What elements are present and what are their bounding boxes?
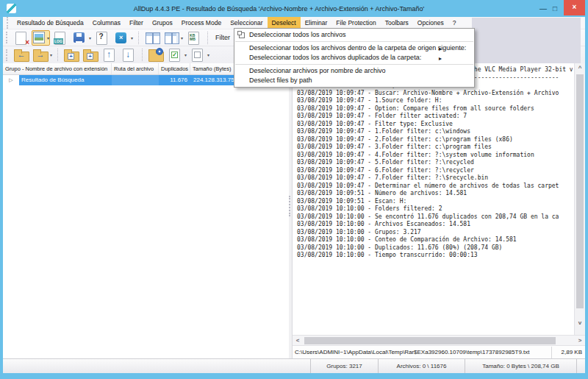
column-header-file-path[interactable]: Ruta del archivo [112, 63, 159, 74]
save-button[interactable]: ▾ [71, 30, 92, 46]
toolbar-grip[interactable] [6, 49, 8, 61]
minimize-button-icon[interactable]: — [537, 1, 549, 16]
help-button[interactable]: ? [93, 30, 111, 46]
log-line: 03/08/2019 10:10:00 - Archivos Escaneado… [297, 221, 573, 229]
resize-grip[interactable] [576, 359, 585, 373]
filter-label: Filter [215, 34, 230, 41]
scroll-down-icon[interactable]: v [575, 318, 585, 327]
dropdown-caret-icon[interactable]: ▾ [184, 52, 187, 57]
toolbar-separator [207, 32, 208, 44]
menubar-item-toolbars[interactable]: Toolbars [381, 17, 413, 29]
column-header-duplicates[interactable]: Duplicados [159, 63, 190, 74]
search-result-panel: Grupo - Nombre de archivo con extensión … [3, 63, 289, 358]
expander-icon[interactable]: ▷ [3, 75, 19, 85]
menubar-item-deselect[interactable]: Deselect [268, 17, 301, 29]
dropdown-caret-icon[interactable]: ▾ [207, 52, 209, 57]
log-icon-badge: LOG [54, 38, 63, 44]
scroll-up-icon[interactable]: ^ [575, 63, 585, 73]
menubar-item-process-mode[interactable]: Process Mode [177, 17, 226, 29]
menu-item-deseleccionar-archivos-por-nombre-de-archivo[interactable]: Deseleccionar archivos por nombre de arc… [234, 66, 474, 76]
log-line: 03/08/2019 10:10:00 - Grupos: 3.217 [297, 229, 573, 237]
vertical-scrollbar[interactable]: ^ v [574, 63, 585, 335]
dropdown-caret-icon[interactable]: ▾ [181, 35, 183, 40]
log-line: 03/08/2019 10:09:47 - Filter type: Exclu… [297, 121, 573, 129]
horizontal-scroll-thumb[interactable] [304, 337, 556, 344]
archive-folder-2-icon: + [82, 48, 98, 62]
export-up-icon-glyph: ↑ [103, 49, 115, 60]
file-path-bar: C:\Users\ADMINI~1\AppData\Local\Temp\Rar… [293, 346, 585, 358]
layout-columns-2-icon [163, 31, 179, 45]
toolbar-grip[interactable] [6, 32, 8, 43]
size-unit-button[interactable]: KB MB [185, 30, 203, 46]
dropdown-caret-icon[interactable]: ▾ [50, 52, 52, 57]
log-line: 03/08/2019 10:09:51 - Número de archivos… [297, 190, 573, 198]
toolbar-separator [142, 49, 143, 61]
close-button-icon[interactable]: × [564, 0, 585, 15]
dropdown-caret-icon[interactable]: ▾ [131, 35, 133, 40]
import-down-icon: ↓ [121, 48, 137, 62]
deselect-files-button[interactable]: ▾ [189, 47, 210, 63]
maximize-button-icon[interactable]: □ [549, 1, 561, 16]
menu-item-deseleccionar-todos-los-archivos[interactable]: Deseleccionar todos los archivos [234, 30, 474, 40]
help-icon-glyph: ? [96, 32, 106, 40]
log-button[interactable]: LOG [51, 30, 69, 46]
menubar-item-file-protection[interactable]: File Protection [331, 17, 380, 29]
source-folder-forward-icon: → [32, 48, 49, 62]
select-files-button[interactable]: ✓▾ [166, 47, 187, 63]
app-icon [7, 4, 16, 13]
scroll-right-icon[interactable]: > [575, 336, 585, 346]
dropdown-caret-icon[interactable]: ▾ [47, 35, 49, 40]
layout-columns-button[interactable] [143, 30, 161, 46]
menubar-grip[interactable] [7, 17, 9, 29]
archive-folder-button[interactable]: + [62, 47, 80, 63]
log-line: 03/08/2019 10:09:47 - 5.Folder filter: ?… [297, 159, 573, 167]
menubar-item-opciones[interactable]: Opciones [413, 17, 448, 29]
vertical-scroll-thumb[interactable] [576, 74, 584, 308]
menubar-item-item[interactable]: ? [448, 17, 461, 29]
menubar-item-resultado-de-b-squeda[interactable]: Resultado de Búsqueda [12, 17, 88, 29]
menubar-item-eliminar[interactable]: Eliminar [301, 17, 332, 29]
source-folder-back-icon: ← [13, 48, 29, 62]
log-area: detect the VLC Media Player 32-bit v03/0… [293, 63, 585, 336]
menubar-item-filter[interactable]: Filter [125, 17, 148, 29]
folder-options-button[interactable] [147, 47, 165, 63]
current-file-path: C:\Users\ADMINI~1\AppData\Local\Temp\Rar… [293, 349, 551, 355]
dropdown-caret-icon[interactable]: ▾ [89, 35, 91, 40]
checkbox-icon: ✓ [171, 52, 178, 58]
log-line: 03/08/2019 10:09:51 - Escan: H: [297, 198, 573, 206]
menubar-item-columnas[interactable]: Columnas [88, 17, 125, 29]
menu-item-deselect-files-by-path[interactable]: Deselect files by path [234, 76, 474, 85]
log-line: 03/08/2019 10:10:00 - Se encontró 11.676… [297, 213, 573, 222]
layout-columns-icon [144, 31, 160, 45]
menubar-item-grupos[interactable]: Grupos [148, 17, 177, 29]
column-header-group-name[interactable]: Grupo - Nombre de archivo con extensión [3, 63, 112, 74]
main-content: Grupo - Nombre de archivo con extensión … [3, 63, 585, 358]
log-panel: detect the VLC Media Player 32-bit v03/0… [292, 63, 585, 358]
scroll-left-icon[interactable]: < [293, 336, 303, 346]
preview-picture [35, 34, 43, 40]
log-line: 03/08/2019 10:09:47 - Folder filter acti… [297, 113, 573, 121]
log-line: 03/08/2019 10:10:00 - Conteo de Comparac… [297, 236, 573, 244]
source-folder-back-button[interactable]: ← [12, 47, 30, 63]
close-search-button[interactable]: ×▾ [112, 30, 134, 46]
save-icon [71, 31, 87, 45]
log-line: 03/08/2019 10:09:47 - Option: Compare fi… [297, 105, 573, 113]
menu-item-deseleccionar-todos-los-archivos-duplicados-de-la-carpeta[interactable]: Deseleccionar todos los archivos duplica… [234, 53, 474, 63]
import-down-icon-glyph: ↓ [122, 49, 134, 60]
menu-item-label: Deseleccionar archivos por nombre de arc… [249, 67, 386, 74]
export-up-button[interactable]: ↑ [101, 47, 118, 63]
horizontal-scrollbar[interactable]: < > [293, 336, 585, 346]
preview-button[interactable]: ▾ [32, 30, 50, 46]
checkbox-icon [194, 52, 201, 58]
menu-item-deseleccionar-todos-los-archivos-dentro-de-la-carpeta-de-origen-siguiente[interactable]: Deseleccionar todos los archivos dentro … [234, 43, 474, 53]
archive-folder-2-button[interactable]: + [82, 47, 99, 63]
new-search-button[interactable]: × [12, 30, 30, 46]
source-folder-forward-button[interactable]: →▾ [32, 47, 53, 63]
menubar-item-seleccionar[interactable]: Seleccionar [226, 17, 267, 29]
log-output[interactable]: detect the VLC Media Player 32-bit v03/0… [297, 66, 573, 335]
import-down-button[interactable]: ↓ [120, 47, 137, 63]
layout-columns-2-button[interactable]: ▾ [162, 30, 184, 46]
source-folder-forward-icon-glyph: → [32, 50, 49, 59]
row-cell-name: Resultado de Búsqueda [19, 75, 112, 85]
titlebar[interactable]: AllDup 4.4.3 PE - Resultado de Búsqueda … [3, 0, 585, 17]
